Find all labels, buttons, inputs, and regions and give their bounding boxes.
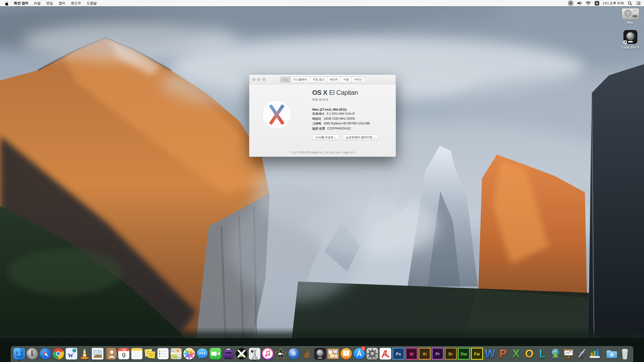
software-update-button[interactable]: 소프트웨어 업데이트... — [342, 134, 378, 140]
menu-item-1[interactable]: 파일 — [31, 0, 44, 6]
dock-item-launchpad[interactable] — [26, 346, 39, 361]
dock-item-fireworks[interactable]: Fw — [470, 346, 484, 361]
dock-item-imovie[interactable] — [274, 346, 287, 361]
menu-item-4[interactable]: 윈도우 — [68, 0, 84, 6]
dock-item-premiere[interactable]: Pr — [431, 346, 444, 361]
dock-item-word[interactable]: WW — [484, 346, 497, 361]
keynote-icon — [562, 347, 575, 360]
dock-item-maps[interactable]: 3D — [170, 346, 183, 361]
tab-5[interactable]: 서비스 — [352, 77, 365, 82]
dock-item-numbers[interactable] — [588, 346, 601, 361]
dock-item-photos[interactable] — [183, 346, 196, 361]
os-title-light: El Capitan — [329, 89, 358, 96]
dock-item-itunes[interactable] — [261, 346, 274, 361]
menu-item-5[interactable]: 도움말 — [84, 0, 100, 6]
os-x-logo — [262, 100, 292, 129]
menu-item-0[interactable]: 화면 캡처 — [11, 0, 31, 6]
dock-item-chrome[interactable] — [52, 346, 65, 361]
dock-item-notes[interactable] — [130, 346, 143, 361]
dock-item-corkboard[interactable] — [327, 346, 340, 361]
tab-2[interactable]: 저장 공간 — [310, 77, 327, 82]
svg-text:Dw: Dw — [461, 352, 467, 356]
dock-item-idvd[interactable] — [287, 346, 300, 361]
idvd-icon — [288, 347, 300, 360]
facetime-icon — [209, 347, 222, 360]
xee-icon — [235, 347, 248, 360]
minimize-button[interactable] — [257, 78, 260, 81]
excel-icon: XX — [510, 347, 522, 360]
system-report-button[interactable]: 시스템 리포트... — [312, 134, 339, 140]
pages-icon — [575, 347, 588, 360]
dock-item-app-store[interactable]: 1 — [353, 346, 366, 361]
svg-text:w: w — [68, 351, 73, 359]
dock-item-toast[interactable] — [222, 346, 235, 361]
dock-item-xee[interactable] — [235, 346, 248, 361]
wifi-icon[interactable] — [586, 1, 591, 5]
dock-item-dreamweaver[interactable]: Dw — [457, 346, 470, 361]
capture-status-icon[interactable] — [568, 1, 573, 6]
wallpaper-el-capitan — [0, 0, 644, 362]
dock-item-vlc[interactable] — [78, 346, 91, 361]
dock-item-contacts[interactable] — [104, 346, 117, 361]
dock-item-powerpoint[interactable]: PP — [497, 346, 510, 361]
dock-item-lync[interactable]: LL — [536, 346, 549, 361]
dock-item-trash[interactable] — [618, 346, 631, 361]
dock-item-webhard[interactable]: w — [65, 346, 78, 361]
about-this-mac-window: 개요디스플레이저장 공간메모리지원서비스 OS X El Capitan 버전 … — [249, 74, 396, 157]
mail-icon — [91, 347, 104, 360]
tab-4[interactable]: 지원 — [341, 77, 352, 82]
os-title-strong: OS X — [312, 89, 327, 96]
dock-item-ibooks[interactable] — [340, 346, 353, 361]
tab-0[interactable]: 개요 — [280, 77, 291, 82]
vlc-icon — [78, 347, 91, 360]
dock-item-indesign[interactable]: Id — [405, 346, 418, 361]
safari-icon — [39, 347, 52, 360]
photos-icon — [183, 347, 195, 360]
apple-menu-icon[interactable] — [3, 1, 10, 6]
dock-item-photoshop[interactable]: Ps — [392, 346, 405, 361]
dock-item-mail[interactable] — [91, 346, 104, 361]
close-button[interactable] — [252, 78, 255, 81]
notification-center-icon[interactable] — [636, 1, 641, 6]
mac-model: iMac (27-inch, Mid 2011) — [312, 108, 390, 111]
dock-item-downloads-folder[interactable] — [605, 346, 618, 361]
desktop-icon-hard-drive[interactable]: iMac — [622, 8, 639, 24]
zoom-button[interactable] — [262, 78, 265, 81]
window-titlebar[interactable]: 개요디스플레이저장 공간메모리지원서비스 — [249, 75, 396, 84]
dock-item-facetime[interactable] — [209, 346, 222, 361]
dock-item-acrobat[interactable] — [379, 346, 392, 361]
maps-icon: 3D — [170, 347, 182, 360]
dock-item-safari[interactable] — [39, 346, 52, 361]
dock-item-messages[interactable] — [196, 346, 209, 361]
dock-item-bridge[interactable]: Br — [444, 346, 457, 361]
dock-item-pages[interactable] — [575, 346, 588, 361]
powerpoint-icon: PP — [497, 347, 509, 360]
tab-1[interactable]: 디스플레이 — [291, 77, 310, 82]
svg-text:3D: 3D — [178, 356, 181, 358]
volume-icon[interactable] — [577, 1, 582, 5]
webhard-icon: w — [65, 347, 78, 360]
dock-item-finder[interactable] — [13, 346, 26, 361]
svg-text:L: L — [539, 347, 546, 360]
dock-item-reminders[interactable] — [156, 346, 170, 361]
spotlight-icon[interactable] — [628, 1, 632, 6]
dock-item-illustrator[interactable]: Ai — [418, 346, 431, 361]
fireworks-icon: Fw — [471, 347, 483, 360]
tab-3[interactable]: 메모리 — [327, 77, 341, 82]
menu-item-2[interactable]: 편집 — [44, 0, 56, 6]
input-source-badge[interactable]: A — [595, 1, 599, 6]
dock-item-excel[interactable]: XX — [510, 346, 523, 361]
stickies-icon — [144, 347, 156, 360]
desktop-icon-area: iMac Logic Pro X — [618, 8, 643, 49]
menu-item-3[interactable]: 캡처 — [56, 0, 68, 6]
dock-item-downloader[interactable] — [549, 346, 562, 361]
dock-item-calendar[interactable]: 12월9 — [117, 346, 130, 361]
menu-clock[interactable]: (수) 오후 9:05 — [603, 1, 624, 6]
dock-item-logic-pro[interactable] — [313, 346, 327, 361]
desktop-icon-logic-pro-alias[interactable]: Logic Pro X — [622, 29, 639, 49]
dock-item-system-preferences[interactable] — [366, 346, 379, 361]
dock-item-keynote[interactable] — [562, 346, 575, 361]
dock-item-garageband[interactable] — [300, 346, 313, 361]
dock-item-outlook[interactable]: OO — [523, 346, 536, 361]
dock-item-stickies[interactable] — [143, 346, 156, 361]
